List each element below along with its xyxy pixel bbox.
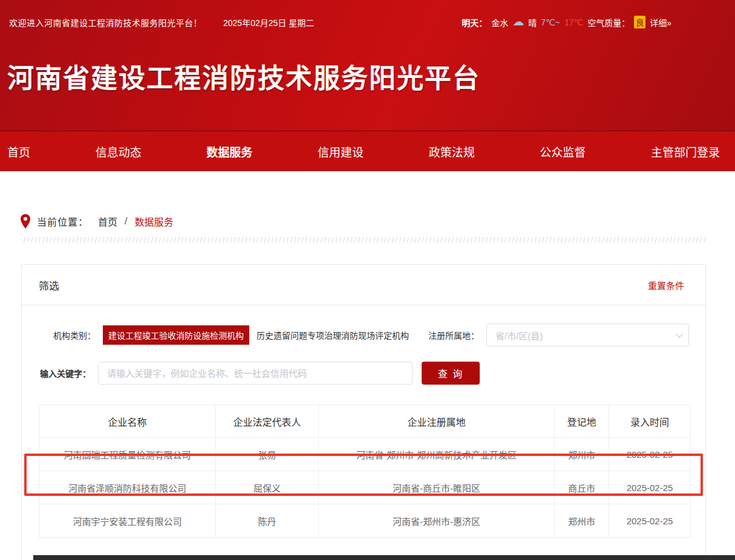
column-entry-date: 录入时间 bbox=[609, 405, 691, 438]
weather-widget: 明天： 金水 ☁ 晴 7℃~ 17℃ 空气质量： 良 详细» bbox=[462, 16, 671, 28]
cell-legal-representative: 屈保义 bbox=[216, 471, 319, 504]
cell-legal-representative: 张易 bbox=[216, 438, 319, 471]
reset-filters-link[interactable]: 重置条件 bbox=[648, 279, 684, 291]
cloud-icon: ☁ bbox=[512, 16, 524, 27]
breadcrumb-home-link[interactable]: 首页 bbox=[98, 214, 117, 229]
nav-item-policy[interactable]: 政策法规 bbox=[429, 143, 475, 160]
cell-registration-place: 郑州市 bbox=[555, 438, 609, 471]
cell-company-name: 河南固瑞工程质量检测有限公司 bbox=[39, 438, 216, 471]
table-row[interactable]: 河南宇宁安装工程有限公司 陈丹 河南省-郑州市-惠济区 郑州市 2025-02-… bbox=[39, 504, 691, 538]
category-label: 机构类别： bbox=[53, 329, 96, 341]
main-nav: 首页 信息动态 数据服务 信用建设 政策法规 公众监督 主管部门登录 bbox=[0, 131, 735, 171]
nav-item-home[interactable]: 首页 bbox=[7, 143, 30, 160]
location-pin-icon bbox=[20, 213, 31, 229]
search-button[interactable]: 查 询 bbox=[422, 362, 480, 385]
weather-condition: 晴 bbox=[528, 16, 537, 28]
cell-registered-location: 河南省-郑州市-郑州高新技术产业开发区 bbox=[319, 438, 555, 471]
temp-low: 7℃~ bbox=[541, 18, 560, 27]
hatched-divider bbox=[21, 237, 706, 243]
weather-detail-link[interactable]: 详细» bbox=[650, 16, 671, 28]
aqi-label: 空气质量： bbox=[587, 16, 630, 28]
nav-item-admin-login[interactable]: 主管部门登录 bbox=[651, 143, 720, 160]
column-company-name: 企业名称 bbox=[39, 405, 216, 438]
column-legal-representative: 企业法定代表人 bbox=[216, 405, 319, 438]
keyword-filter-row: 输入关键字： 查 询 bbox=[22, 362, 705, 385]
nav-item-data-service[interactable]: 数据服务 bbox=[206, 143, 252, 160]
region-select-placeholder: 省/市/区(县) bbox=[495, 329, 543, 342]
page: 欢迎进入河南省建设工程消防技术服务阳光平台！ 2025年02月25日 星期二 明… bbox=[0, 0, 735, 560]
category-option-assessment-org[interactable]: 历史遗留问题专项治理消防现场评定机构 bbox=[256, 329, 409, 341]
nav-item-credit[interactable]: 信用建设 bbox=[318, 143, 364, 160]
footer-strip bbox=[33, 555, 735, 560]
region-select[interactable]: 省/市/区(县) bbox=[486, 324, 689, 347]
column-registered-location: 企业注册属地 bbox=[319, 405, 555, 438]
site-title: 河南省建设工程消防技术服务阳光平台 bbox=[7, 57, 735, 96]
keyword-input[interactable] bbox=[98, 362, 413, 385]
temp-high: 17℃ bbox=[564, 18, 583, 27]
cell-company-name: 河南省泽顺消防科技有限公司 bbox=[39, 471, 216, 504]
weather-label: 明天： bbox=[462, 16, 487, 28]
cell-legal-representative: 陈丹 bbox=[216, 504, 319, 538]
cell-registered-location: 河南省-商丘市-睢阳区 bbox=[319, 471, 555, 504]
keyword-label: 输入关键字： bbox=[40, 367, 91, 379]
site-header: 欢迎进入河南省建设工程消防技术服务阳光平台！ 2025年02月25日 星期二 明… bbox=[0, 0, 735, 131]
cell-entry-date: 2025-02-25 bbox=[609, 471, 691, 504]
category-filter-row: 机构类别： 建设工程竣工验收消防设施检测机构 历史遗留问题专项治理消防现场评定机… bbox=[22, 324, 705, 347]
weather-city: 金水 bbox=[491, 16, 508, 28]
cell-entry-date: 2025-02-25 bbox=[609, 438, 691, 471]
aqi-badge: 良 bbox=[634, 16, 645, 28]
cell-registration-place: 郑州市 bbox=[555, 504, 609, 538]
category-options: 建设工程竣工验收消防设施检测机构 历史遗留问题专项治理消防现场评定机构 bbox=[103, 325, 409, 345]
filter-panel: 筛选 重置条件 机构类别： 建设工程竣工验收消防设施检测机构 历史遗留问题专项治… bbox=[21, 264, 706, 560]
column-registration-place: 登记地 bbox=[555, 405, 609, 438]
table-row[interactable]: 河南固瑞工程质量检测有限公司 张易 河南省-郑州市-郑州高新技术产业开发区 郑州… bbox=[39, 438, 691, 471]
category-option-detection-org[interactable]: 建设工程竣工验收消防设施检测机构 bbox=[103, 325, 249, 345]
filter-panel-header: 筛选 重置条件 bbox=[22, 265, 705, 305]
top-bar: 欢迎进入河南省建设工程消防技术服务阳光平台！ 2025年02月25日 星期二 明… bbox=[0, 0, 735, 28]
cell-company-name: 河南宇宁安装工程有限公司 bbox=[39, 504, 216, 538]
table-header-row: 企业名称 企业法定代表人 企业注册属地 登记地 录入时间 bbox=[39, 405, 691, 438]
filter-title: 筛选 bbox=[39, 278, 59, 293]
breadcrumb: 当前位置： 首页 / 数据服务 bbox=[20, 213, 735, 229]
region-filter-group: 注册所属地： 省/市/区(县) bbox=[428, 324, 689, 347]
breadcrumb-current-link[interactable]: 数据服务 bbox=[134, 214, 173, 229]
nav-item-news[interactable]: 信息动态 bbox=[96, 143, 142, 160]
cell-registration-place: 商丘市 bbox=[555, 471, 609, 504]
results-table: 企业名称 企业法定代表人 企业注册属地 登记地 录入时间 河南固瑞工程质量检测有… bbox=[39, 405, 691, 538]
cell-registered-location: 河南省-郑州市-惠济区 bbox=[319, 504, 555, 538]
chevron-down-icon bbox=[676, 330, 684, 338]
welcome-text: 欢迎进入河南省建设工程消防技术服务阳光平台！ bbox=[9, 16, 202, 28]
region-label: 注册所属地： bbox=[428, 329, 479, 341]
table-row[interactable]: 河南省泽顺消防科技有限公司 屈保义 河南省-商丘市-睢阳区 商丘市 2025-0… bbox=[39, 471, 691, 504]
cell-entry-date: 2025-02-25 bbox=[609, 504, 691, 538]
nav-item-supervision[interactable]: 公众监督 bbox=[540, 143, 586, 160]
breadcrumb-separator: / bbox=[125, 216, 127, 227]
date-text: 2025年02月25日 星期二 bbox=[223, 16, 314, 28]
breadcrumb-label: 当前位置： bbox=[37, 214, 88, 229]
